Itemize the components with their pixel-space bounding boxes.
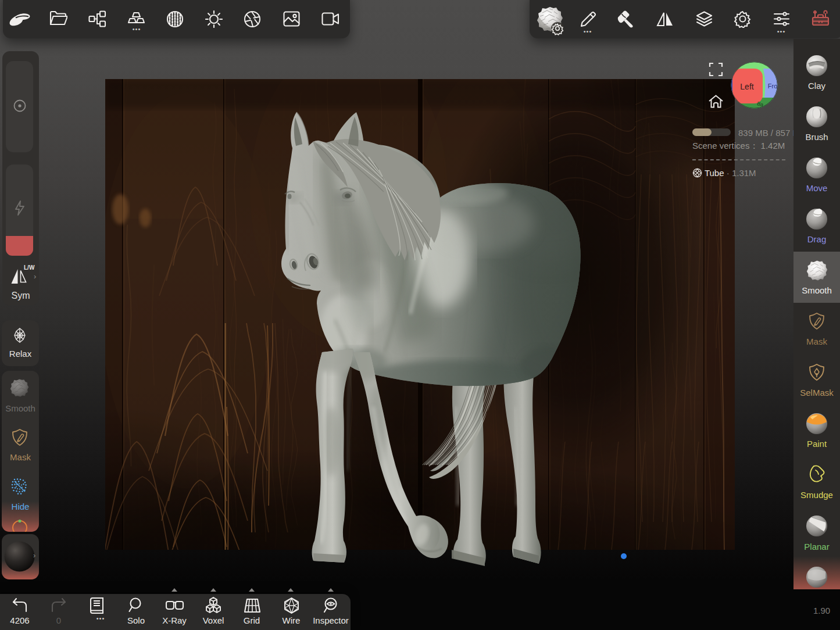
svg-text:Left: Left xyxy=(740,82,753,91)
svg-text:Fro: Fro xyxy=(768,83,778,90)
